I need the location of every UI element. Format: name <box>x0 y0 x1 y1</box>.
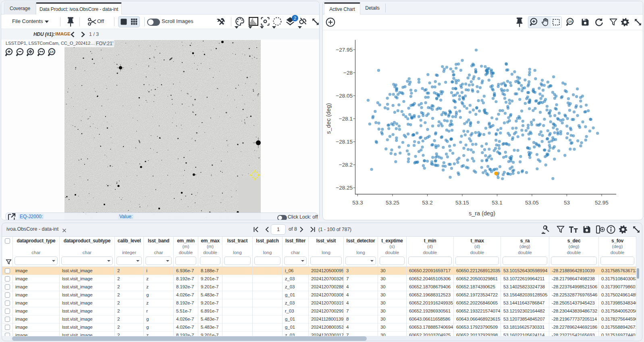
svg-text:−28: −28 <box>343 70 353 76</box>
svg-text:−28.1: −28.1 <box>339 116 353 122</box>
svg-text:53.05: 53.05 <box>525 200 539 206</box>
svg-text:−28.15: −28.15 <box>336 139 353 145</box>
svg-text:−27.95: −27.95 <box>336 47 353 53</box>
svg-text:−28.05: −28.05 <box>336 93 353 99</box>
svg-text:53.25: 53.25 <box>386 200 399 206</box>
svg-text:53.2: 53.2 <box>422 200 432 206</box>
svg-text:s_ra (deg): s_ra (deg) <box>469 210 495 217</box>
svg-text:53.3: 53.3 <box>352 200 363 206</box>
svg-text:s_dec (deg): s_dec (deg) <box>325 103 332 134</box>
svg-text:53.15: 53.15 <box>455 200 469 206</box>
svg-text:1X: 1X <box>50 50 54 54</box>
svg-text:53.1: 53.1 <box>492 200 502 206</box>
svg-text:−28.25: −28.25 <box>336 185 353 191</box>
svg-text:−28.2: −28.2 <box>339 162 353 168</box>
svg-text:1X: 1X <box>568 20 572 23</box>
svg-text:53: 53 <box>564 200 570 206</box>
svg-text:52.95: 52.95 <box>595 200 609 206</box>
